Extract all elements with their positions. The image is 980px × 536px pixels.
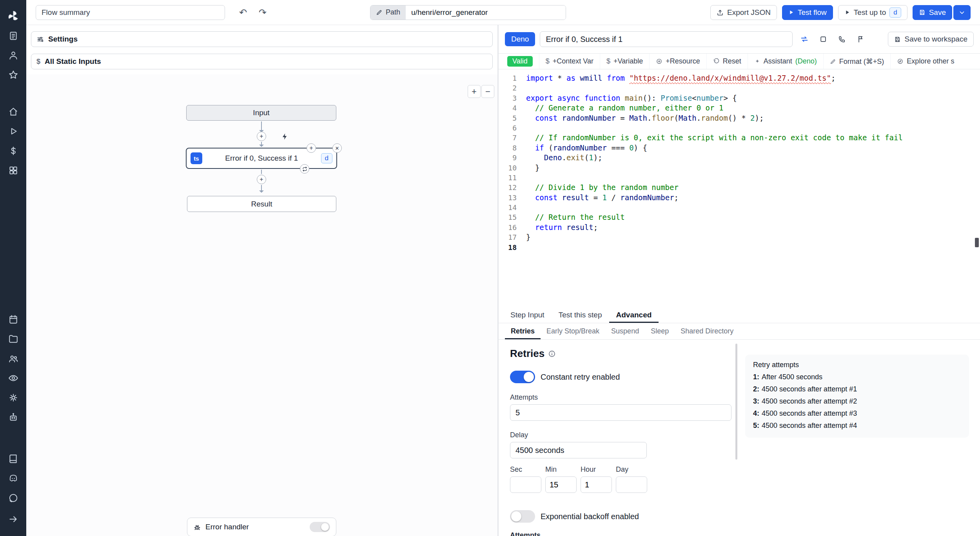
code-scrollbar[interactable]	[975, 238, 979, 247]
attempts-input[interactable]	[510, 404, 731, 421]
discord-icon[interactable]	[5, 471, 21, 486]
retry-attempt-item: 2:4500 seconds after attempt #1	[753, 385, 961, 393]
calendar-icon[interactable]	[5, 311, 21, 327]
clipboard-icon[interactable]	[5, 28, 21, 43]
error-handler-toggle[interactable]	[310, 522, 330, 532]
retry-attempts-list: 1:After 4500 seconds2:4500 seconds after…	[753, 373, 961, 430]
tab-step-input[interactable]: Step Input	[503, 307, 552, 323]
grid-icon[interactable]	[5, 163, 21, 178]
test-up-to-label: Test up to	[854, 8, 886, 17]
input-node[interactable]: Input	[186, 105, 336, 121]
cycle-button[interactable]	[797, 32, 811, 46]
play-icon[interactable]	[5, 123, 21, 139]
line-number: 12	[499, 183, 519, 192]
github-icon[interactable]	[5, 490, 21, 506]
book-icon[interactable]	[5, 451, 21, 467]
add-resource-button[interactable]: +Resource	[649, 54, 706, 69]
assistant-button[interactable]: Assistant (Deno)	[748, 54, 823, 69]
reset-label: Reset	[723, 57, 741, 65]
retry-attempts-title: Retry attempts	[753, 361, 961, 369]
save-to-workspace-button[interactable]: Save to workspace	[888, 32, 974, 47]
users-icon[interactable]	[5, 351, 21, 366]
line-number: 18	[499, 243, 519, 252]
code-editor[interactable]: 123456789101112131415161718 import * as …	[499, 69, 980, 307]
advanced-subtabs: RetriesEarly Stop/BreakSuspendSleepShare…	[499, 323, 980, 340]
dollar-icon[interactable]	[5, 143, 21, 159]
delay-input[interactable]	[510, 442, 647, 458]
path-input[interactable]	[406, 5, 566, 20]
add-resource-label: +Resource	[666, 57, 700, 65]
eye-icon[interactable]	[5, 370, 21, 386]
step-close-button[interactable]: ✕	[332, 143, 342, 153]
sec-input[interactable]	[510, 476, 541, 493]
subtab-early-stop-break[interactable]: Early Stop/Break	[541, 323, 605, 339]
min-input[interactable]	[545, 476, 577, 493]
save-dropdown-button[interactable]	[953, 5, 971, 20]
add-variable-button[interactable]: $ +Variable	[600, 54, 649, 69]
windmill-logo[interactable]	[5, 8, 21, 24]
save-button[interactable]: Save	[913, 5, 952, 20]
exponential-backoff-toggle[interactable]	[510, 510, 535, 523]
add-step-button[interactable]: +	[257, 132, 266, 141]
step-retry-button[interactable]	[300, 164, 309, 174]
constant-retry-toggle[interactable]	[510, 371, 535, 383]
flow-summary-input[interactable]	[36, 5, 225, 20]
bot-icon[interactable]	[5, 409, 21, 425]
box-icon	[819, 35, 827, 43]
subtab-shared-directory[interactable]: Shared Directory	[675, 323, 739, 339]
zoom-in-button[interactable]: +	[468, 85, 481, 98]
delay-time-fields: SecMinHourDay	[510, 465, 731, 493]
result-node[interactable]: Result	[187, 196, 336, 212]
phone-button[interactable]	[835, 32, 849, 46]
toggle-knob	[511, 511, 521, 522]
tab-advanced[interactable]: Advanced	[609, 307, 659, 323]
lightning-button[interactable]	[279, 131, 290, 142]
undo-button[interactable]: ↶	[236, 5, 250, 20]
line-number: 14	[499, 203, 519, 212]
toggle-knob	[524, 372, 534, 382]
settings-accordion[interactable]: Settings	[31, 31, 493, 47]
panel-scrollbar[interactable]	[735, 344, 737, 460]
user-icon[interactable]	[5, 47, 21, 63]
subtab-suspend[interactable]: Suspend	[605, 323, 645, 339]
redo-button[interactable]: ↷	[256, 5, 270, 20]
topbar-actions: Export JSON Test flow Test up to d Save	[710, 5, 971, 20]
zoom-out-button[interactable]: −	[481, 85, 494, 98]
box-button[interactable]	[816, 32, 830, 46]
test-flow-button[interactable]: Test flow	[782, 5, 833, 20]
home-icon[interactable]	[5, 104, 21, 120]
add-context-var-button[interactable]: $ +Context Var	[539, 54, 600, 69]
subtab-sleep[interactable]: Sleep	[645, 323, 675, 339]
folder-icon[interactable]	[5, 331, 21, 347]
error-handler-bar[interactable]: Error handler	[187, 518, 336, 536]
export-json-button[interactable]: Export JSON	[710, 5, 777, 20]
line-number: 4	[499, 103, 519, 113]
add-step-button[interactable]: +	[257, 175, 266, 184]
line-number: 17	[499, 232, 519, 242]
flag-button[interactable]	[854, 32, 868, 46]
dollar-icon: $	[606, 57, 610, 65]
reset-button[interactable]: Reset	[706, 54, 748, 69]
tab-test-this-step[interactable]: Test this step	[552, 307, 609, 323]
code-line: // Generate a random number, either 0 or…	[526, 103, 903, 113]
explore-scripts-button[interactable]: Explore other s	[890, 54, 960, 69]
info-icon[interactable]	[548, 350, 556, 358]
sparkle-icon	[754, 58, 760, 65]
step-name-input[interactable]	[540, 31, 793, 47]
code-line: }	[526, 163, 903, 173]
format-button[interactable]: Format (⌘+S)	[823, 54, 891, 69]
subtab-retries[interactable]: Retries	[505, 323, 541, 339]
day-input[interactable]	[616, 476, 647, 493]
step-add-button[interactable]: +	[307, 143, 316, 153]
star-icon[interactable]	[5, 67, 21, 83]
static-inputs-accordion[interactable]: $ All Static Inputs	[31, 54, 493, 69]
code-line	[526, 123, 903, 133]
gear-icon[interactable]	[5, 390, 21, 406]
editor-header: Deno Save to	[499, 25, 980, 53]
test-up-to-button[interactable]: Test up to d	[838, 5, 907, 20]
content: Settings $ All Static Inputs + − Input +	[26, 25, 980, 536]
path-chip: Path	[370, 5, 406, 20]
hour-input[interactable]	[581, 476, 612, 493]
expand-arrow-icon[interactable]	[5, 511, 21, 527]
pencil-icon	[830, 58, 836, 65]
